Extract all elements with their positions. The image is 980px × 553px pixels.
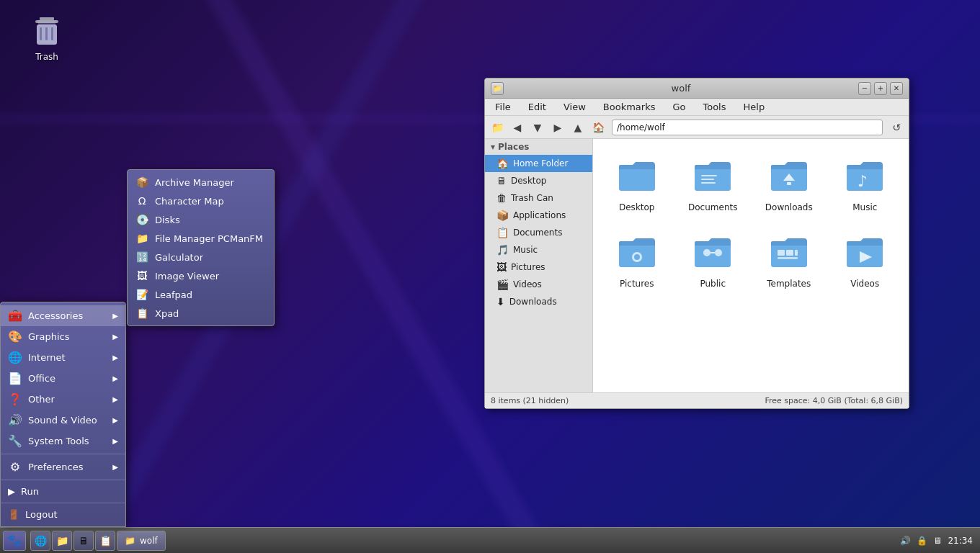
menu-help[interactable]: Help <box>738 100 771 114</box>
svg-rect-12 <box>771 165 785 169</box>
sidebar-item-trash-can[interactable]: 🗑 Trash Can <box>485 189 592 207</box>
file-item-videos[interactable]: Videos <box>830 224 901 295</box>
menu-tools[interactable]: Tools <box>697 100 731 114</box>
sidebar-item-videos[interactable]: 🎬 Videos <box>485 276 592 293</box>
applications-sidebar-icon: 📦 <box>496 210 509 221</box>
toolbar-dropdown-btn[interactable]: ▼ <box>528 119 547 136</box>
internet-label: Internet <box>28 352 66 363</box>
downloads-folder-icon <box>766 153 812 199</box>
file-item-templates[interactable]: Templates <box>754 224 824 295</box>
file-item-music[interactable]: ♪ Music <box>830 148 901 218</box>
desktop-trash-icon[interactable]: Trash <box>22 14 72 62</box>
menu-go[interactable]: Go <box>667 100 691 114</box>
sidebar-item-pictures[interactable]: 🖼 Pictures <box>485 258 592 276</box>
sidebar-item-desktop[interactable]: 🖥 Desktop <box>485 172 592 189</box>
toolbar-back-btn[interactable]: ◀ <box>508 119 527 136</box>
svg-rect-25 <box>778 250 785 256</box>
maximize-button[interactable]: + <box>874 82 887 95</box>
office-label: Office <box>28 373 55 384</box>
desktop-folder-label: Desktop <box>619 202 655 212</box>
taskbar-icon-1[interactable]: 🌐 <box>30 531 50 551</box>
window-title: wolf <box>508 83 854 94</box>
start-menu-logout[interactable]: 🚪 Logout <box>1 505 125 523</box>
menu-bookmarks[interactable]: Bookmarks <box>597 100 662 114</box>
taskbar-icon-3[interactable]: 🖥 <box>74 531 94 551</box>
sidebar-item-music[interactable]: 🎵 Music <box>485 241 592 258</box>
graphics-label: Graphics <box>28 331 69 342</box>
start-menu-item-internet[interactable]: 🌐 Internet ▶ <box>1 347 125 368</box>
start-menu-item-other[interactable]: ❓ Other ▶ <box>1 389 125 410</box>
toolbar-up-btn[interactable]: ▲ <box>569 119 587 136</box>
downloads-sidebar-icon: ⬇ <box>496 296 505 307</box>
toolbar-forward-btn[interactable]: ▶ <box>548 119 567 136</box>
address-bar[interactable]: /home/wolf <box>612 120 883 135</box>
start-menu-run[interactable]: ▶ Run <box>1 482 125 500</box>
svg-rect-11 <box>701 182 716 184</box>
start-menu-item-office[interactable]: 📄 Office ▶ <box>1 368 125 389</box>
submenu-galculator[interactable]: 🔢 Galculator <box>128 248 274 266</box>
taskbar-icon-4[interactable]: 📋 <box>95 531 115 551</box>
start-button[interactable]: 🐾 <box>3 531 26 551</box>
trash-icon <box>30 14 64 49</box>
sidebar-item-applications[interactable]: 📦 Applications <box>485 207 592 224</box>
svg-rect-8 <box>695 165 709 169</box>
taskbar-wolf-window[interactable]: 📁 wolf <box>117 531 166 551</box>
menu-edit[interactable]: Edit <box>522 100 552 114</box>
other-arrow: ▶ <box>112 395 118 403</box>
taskbar: 🐾 🌐 📁 🖥 📋 📁 wolf 🔊 🔒 🖥 21:34 <box>0 527 980 553</box>
svg-rect-5 <box>51 27 53 40</box>
start-menu-item-graphics[interactable]: 🎨 Graphics ▶ <box>1 326 125 347</box>
xpad-label: Xpad <box>155 308 179 319</box>
submenu-file-manager[interactable]: 📁 File Manager PCManFM <box>128 229 274 248</box>
documents-folder-label: Documents <box>688 202 737 212</box>
image-viewer-label: Image Viewer <box>155 271 219 282</box>
sidebar-item-downloads[interactable]: ⬇ Downloads <box>485 293 592 310</box>
close-button[interactable]: ✕ <box>890 82 903 95</box>
start-menu-item-sound-video[interactable]: 🔊 Sound & Video ▶ <box>1 410 125 431</box>
music-sidebar-icon: 🎵 <box>496 244 509 256</box>
file-area: Desktop Do <box>593 139 909 392</box>
window-content: ▾ Places 🏠 Home Folder 🖥 Desktop 🗑 Trash… <box>485 139 909 392</box>
start-menu-item-preferences[interactable]: ⚙ Preferences ▶ <box>1 457 125 477</box>
menu-file[interactable]: File <box>489 100 517 114</box>
run-label: Run <box>21 486 39 497</box>
character-map-icon: Ω <box>135 195 149 207</box>
status-items: 8 items (21 hidden) <box>491 396 569 405</box>
toolbar-reload-btn[interactable]: ↺ <box>887 119 906 136</box>
sidebar-item-documents[interactable]: 📋 Documents <box>485 224 592 241</box>
toolbar-home-btn[interactable]: 🏠 <box>589 119 607 136</box>
start-menu-item-system-tools[interactable]: 🔧 System Tools ▶ <box>1 431 125 451</box>
submenu-image-viewer[interactable]: 🖼 Image Viewer <box>128 266 274 285</box>
taskbar-icon-2[interactable]: 📁 <box>52 531 72 551</box>
file-item-downloads[interactable]: Downloads <box>754 148 824 218</box>
submenu-archive-manager[interactable]: 📦 Archive Manager <box>128 173 274 192</box>
submenu-leafpad[interactable]: 📝 Leafpad <box>128 285 274 304</box>
submenu-character-map[interactable]: Ω Character Map <box>128 192 274 210</box>
svg-point-22 <box>715 249 722 256</box>
svg-rect-4 <box>45 27 48 40</box>
internet-arrow: ▶ <box>112 354 118 361</box>
graphics-arrow: ▶ <box>112 333 118 341</box>
taskbar-volume-icon[interactable]: 🔊 <box>900 536 911 546</box>
archive-manager-label: Archive Manager <box>155 177 234 188</box>
preferences-arrow: ▶ <box>112 463 118 471</box>
menu-view[interactable]: View <box>558 100 592 114</box>
toolbar-folder-btn[interactable]: 📁 <box>488 119 507 136</box>
sidebar-item-home-folder[interactable]: 🏠 Home Folder <box>485 155 592 172</box>
file-item-desktop[interactable]: Desktop <box>602 148 672 218</box>
galculator-icon: 🔢 <box>135 251 149 263</box>
leafpad-icon: 📝 <box>135 289 149 300</box>
file-item-public[interactable]: Public <box>678 224 749 295</box>
videos-sidebar-icon: 🎬 <box>496 279 509 290</box>
accessories-arrow: ▶ <box>112 312 118 320</box>
minimize-button[interactable]: − <box>858 82 871 95</box>
file-item-documents[interactable]: Documents <box>678 148 749 218</box>
start-menu-item-accessories[interactable]: 🧰 Accessories ▶ 📦 Archive Manager Ω Char… <box>1 305 125 326</box>
submenu-disks[interactable]: 💽 Disks <box>128 210 274 229</box>
disks-label: Disks <box>155 215 180 225</box>
svg-rect-26 <box>786 250 793 256</box>
file-item-pictures[interactable]: Pictures <box>602 224 672 295</box>
submenu-xpad[interactable]: 📋 Xpad <box>128 304 274 323</box>
desktop: Trash 📁 wolf − + ✕ File Edit View Bookma… <box>0 0 980 553</box>
logout-icon: 🚪 <box>8 509 19 520</box>
